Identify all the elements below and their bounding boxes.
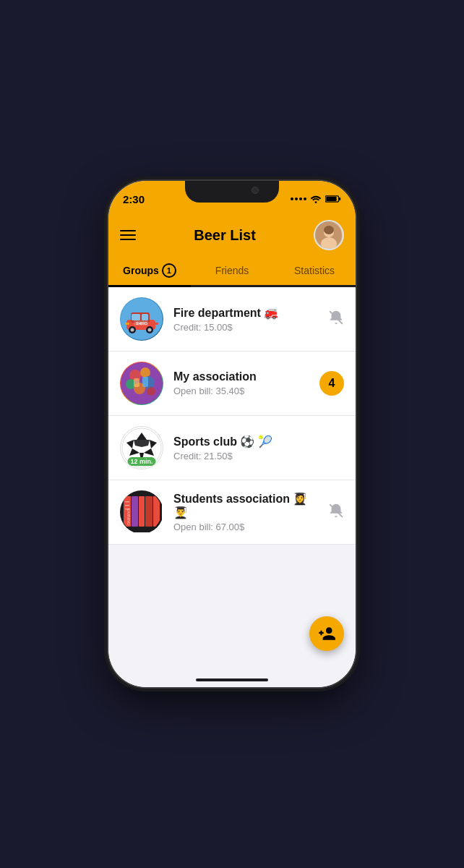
status-icons — [291, 195, 341, 203]
avatar-bg-assoc — [120, 362, 163, 405]
header-title: Beer List — [194, 227, 256, 244]
svg-rect-18 — [154, 323, 158, 325]
tabs-bar: Groups 1 Friends Statistics — [108, 250, 356, 287]
svg-rect-47 — [125, 505, 129, 506]
svg-rect-44 — [145, 496, 152, 527]
svg-rect-30 — [142, 377, 148, 387]
svg-rect-16 — [142, 314, 148, 320]
status-time: 2:30 — [123, 193, 145, 205]
list-item[interactable]: LEARNING Students association 👩‍🎓 👨‍🎓 Op… — [108, 480, 356, 545]
menu-line-1 — [120, 230, 136, 231]
svg-point-7 — [324, 226, 334, 234]
front-camera — [252, 187, 259, 194]
svg-point-24 — [140, 367, 150, 378]
tab-groups-label: Groups — [123, 265, 159, 276]
group-action-students — [328, 503, 344, 522]
avatar-bg-fire: SHIRO — [120, 297, 163, 341]
bell-muted-icon-2 — [328, 503, 344, 522]
svg-rect-17 — [125, 323, 129, 325]
group-sub-students: Open bill: 67.00$ — [173, 522, 322, 532]
svg-point-0 — [315, 201, 317, 203]
header: Beer List — [108, 213, 356, 250]
svg-text:LEARNING: LEARNING — [126, 506, 131, 525]
group-content-students: Students association 👩‍🎓 👨‍🎓 Open bill: … — [173, 492, 322, 532]
group-content-fire: Fire department 🚒 Credit: 15.00$ — [173, 306, 322, 333]
battery-icon — [325, 195, 341, 203]
svg-rect-46 — [125, 501, 129, 503]
group-avatar-students: LEARNING — [120, 490, 163, 534]
notch — [185, 181, 279, 203]
add-group-fab[interactable] — [309, 616, 344, 651]
svg-point-12 — [131, 328, 134, 332]
group-avatar-assoc — [120, 362, 163, 405]
wifi-icon — [310, 195, 322, 203]
tab-friends-label: Friends — [215, 265, 249, 276]
menu-line-3 — [120, 239, 136, 240]
user-avatar[interactable] — [314, 220, 344, 250]
signal-icon — [291, 197, 306, 200]
notification-badge: 4 — [319, 371, 344, 396]
bell-muted-icon — [328, 310, 344, 329]
svg-rect-15 — [132, 314, 140, 320]
svg-rect-2 — [339, 197, 340, 200]
tab-statistics-label: Statistics — [294, 265, 335, 276]
list-item[interactable]: SHIRO Fire department 🚒 Credit: 15.00$ — [108, 287, 356, 352]
menu-button[interactable] — [120, 230, 136, 240]
group-sub-assoc: Open bill: 35.40$ — [173, 386, 314, 396]
group-name-sports: Sports club ⚽ 🎾 — [173, 435, 338, 448]
group-name-assoc: My association — [173, 370, 314, 383]
add-person-icon — [317, 624, 336, 643]
svg-rect-3 — [326, 197, 336, 201]
group-content-sports: Sports club ⚽ 🎾 Credit: 21.50$ — [173, 435, 338, 461]
group-avatar-sports: 12 min. — [120, 426, 163, 469]
svg-text:SHIRO: SHIRO — [136, 321, 147, 326]
groups-badge: 1 — [162, 263, 176, 278]
svg-rect-29 — [134, 378, 139, 387]
list-item[interactable]: 12 min. Sports club ⚽ 🎾 Credit: 21.50$ — [108, 416, 356, 480]
group-content-assoc: My association Open bill: 35.40$ — [173, 370, 314, 396]
svg-point-14 — [148, 328, 152, 332]
svg-rect-42 — [132, 496, 138, 527]
tab-groups[interactable]: Groups 1 — [108, 258, 191, 285]
group-action-assoc: 4 — [319, 371, 344, 396]
tab-statistics[interactable]: Statistics — [273, 258, 356, 285]
avatar-image — [315, 221, 343, 249]
group-name-students: Students association 👩‍🎓 👨‍🎓 — [173, 492, 322, 519]
phone-screen: 2:30 — [108, 181, 356, 687]
menu-line-2 — [120, 234, 136, 236]
svg-rect-45 — [153, 496, 160, 527]
list-item[interactable]: My association Open bill: 35.40$ 4 — [108, 352, 356, 416]
svg-point-28 — [147, 387, 155, 396]
group-sub-fire: Credit: 15.00$ — [173, 322, 322, 333]
group-avatar-fire: SHIRO — [120, 297, 163, 341]
group-name-fire: Fire department 🚒 — [173, 306, 322, 320]
group-action-fire — [328, 310, 344, 329]
phone-frame: 2:30 — [108, 181, 356, 687]
time-badge: 12 min. — [127, 457, 155, 466]
home-indicator — [196, 678, 268, 681]
svg-rect-43 — [139, 496, 145, 527]
group-sub-sports: Credit: 21.50$ — [173, 451, 338, 461]
tab-friends[interactable]: Friends — [191, 258, 273, 285]
